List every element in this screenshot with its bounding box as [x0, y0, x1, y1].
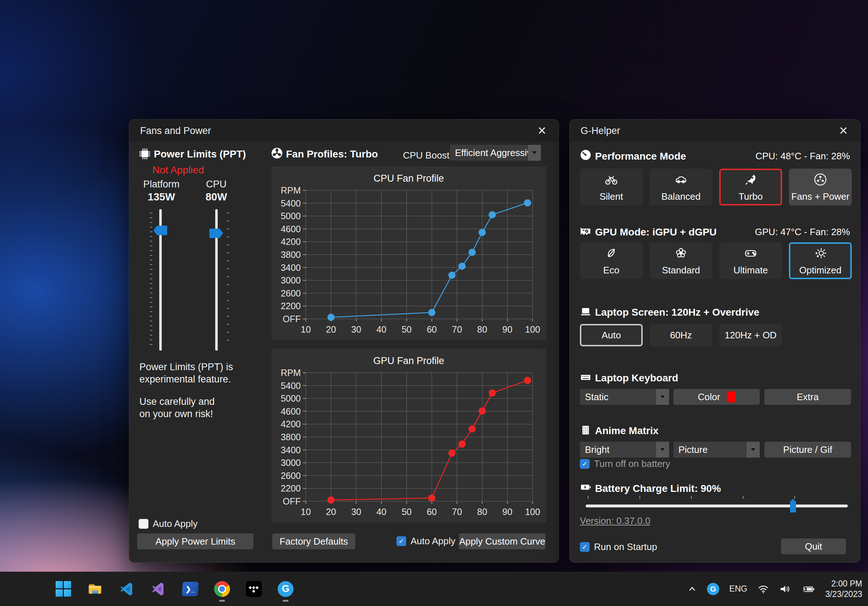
perf-mode-fans-power[interactable]: Fans + Power — [789, 169, 852, 206]
perf-mode-balanced[interactable]: Balanced — [649, 169, 712, 206]
fan-icon — [271, 147, 283, 159]
chevron-down-icon[interactable] — [656, 389, 669, 405]
cpu-temp-status: CPU: 48°C - Fan: 28% — [755, 150, 850, 162]
powershell-button[interactable]: ❯_ — [182, 581, 198, 597]
svg-text:3400: 3400 — [281, 263, 301, 273]
chevron-down-icon[interactable] — [656, 442, 669, 457]
platform-slider-thumb[interactable] — [153, 226, 167, 235]
red-color-swatch — [727, 392, 735, 402]
cpu-boost-value: Efficient Aggressive — [450, 147, 528, 158]
vscode-icon — [119, 581, 135, 597]
language-indicator[interactable]: ENG — [729, 584, 747, 594]
fan-circle-icon — [813, 172, 828, 187]
platform-power-slider[interactable] — [150, 209, 179, 353]
gpu-mode-ultimate[interactable]: Ultimate — [719, 242, 782, 279]
keyboard-color-button[interactable]: Color — [673, 389, 760, 405]
cpu-slider-thumb[interactable] — [209, 229, 223, 238]
perf-mode-turbo-label: Turbo — [739, 191, 763, 202]
screen-mode-auto[interactable]: Auto — [580, 324, 643, 346]
perf-mode-silent[interactable]: Silent — [580, 169, 643, 206]
platform-slider-value: 135W — [138, 191, 185, 203]
svg-text:5000: 5000 — [281, 393, 301, 403]
auto-apply-curve-label: Auto Apply — [411, 536, 455, 547]
svg-text:5400: 5400 — [281, 381, 301, 391]
volume-icon[interactable] — [779, 584, 792, 594]
visual-studio-button[interactable] — [150, 581, 167, 597]
chrome-icon — [214, 581, 230, 597]
ghelper-titlebar[interactable]: G-Helper × — [570, 119, 860, 142]
keyboard-mode-dropdown[interactable]: Static — [580, 389, 669, 405]
cpu-power-slider[interactable] — [205, 209, 233, 353]
battery-slider-thumb[interactable] — [790, 499, 796, 513]
chevron-down-icon[interactable] — [747, 442, 760, 457]
close-icon[interactable]: × — [533, 122, 550, 139]
keyboard-extra-button[interactable]: Extra — [764, 389, 851, 405]
chevron-down-icon[interactable] — [528, 145, 541, 161]
folder-icon — [87, 581, 103, 597]
laptop-keyboard-header: Laptop Keyboard — [595, 372, 678, 384]
gpu-mode-eco[interactable]: Eco — [580, 242, 643, 279]
rocket-icon — [743, 172, 758, 187]
tidal-button[interactable]: ◆◆◆◆ — [245, 581, 262, 597]
keyboard-extra-label: Extra — [797, 392, 819, 403]
perf-mode-turbo[interactable]: Turbo — [719, 169, 782, 206]
apply-power-limits-button[interactable]: Apply Power Limits — [137, 533, 253, 549]
checkbox-checked-icon[interactable] — [580, 542, 590, 552]
svg-text:OFF: OFF — [283, 496, 301, 506]
cpu-boost-dropdown[interactable]: Efficient Aggressive — [450, 145, 541, 161]
svg-text:2600: 2600 — [281, 471, 301, 481]
run-on-startup-checkbox[interactable]: Run on Startup — [580, 541, 657, 553]
matrix-brightness-dropdown[interactable]: Bright — [580, 442, 669, 457]
svg-text:10: 10 — [301, 507, 311, 517]
chevron-up-icon[interactable] — [687, 584, 697, 594]
battery-charge-slider[interactable] — [586, 496, 848, 513]
clock[interactable]: 2:00 PM 3/23/2023 — [825, 578, 862, 600]
svg-text:2200: 2200 — [281, 483, 301, 493]
version-link[interactable]: Version: 0.37.0.0 — [580, 515, 650, 527]
matrix-picture-gif-button[interactable]: Picture / Gif — [764, 442, 851, 457]
visual-studio-icon — [150, 581, 166, 597]
laptop-screen-header: Laptop Screen: 120Hz + Overdrive — [595, 307, 760, 318]
checkbox-unchecked-icon[interactable] — [139, 519, 149, 529]
start-button[interactable] — [55, 581, 71, 597]
svg-text:4600: 4600 — [281, 406, 301, 416]
screen-mode-auto-label: Auto — [601, 330, 621, 341]
fans-titlebar[interactable]: Fans and Power × — [129, 119, 559, 142]
screen-mode-60hz[interactable]: 60Hz — [649, 324, 712, 346]
cpu-fan-chart[interactable]: 102030405060708090100OFF2200260030003400… — [271, 166, 546, 340]
turn-off-on-battery-label: Turn off on battery — [594, 458, 670, 470]
ghelper-tray-icon[interactable]: G — [707, 583, 719, 595]
keyboard-color-label: Color — [698, 392, 720, 403]
auto-apply-power-checkbox[interactable]: Auto Apply — [139, 518, 197, 529]
factory-defaults-label: Factory Defaults — [279, 536, 348, 547]
gpu-mode-optimized[interactable]: Optimized — [789, 242, 852, 279]
svg-text:3000: 3000 — [281, 275, 301, 285]
svg-text:3000: 3000 — [281, 457, 301, 468]
system-tray: G ENG 2:00 PM 3/23/2023 — [687, 572, 862, 606]
anime-matrix-icon — [580, 424, 591, 436]
auto-apply-curve-checkbox[interactable]: Auto Apply — [397, 536, 455, 547]
ghelper-taskbar-button[interactable]: G — [277, 581, 294, 597]
svg-text:100: 100 — [525, 324, 540, 335]
checkbox-checked-icon[interactable] — [580, 459, 590, 469]
matrix-content-dropdown[interactable]: Picture — [673, 442, 760, 457]
factory-defaults-button[interactable]: Factory Defaults — [272, 533, 355, 549]
gpu-fan-chart[interactable]: 102030405060708090100OFF2200260030003400… — [271, 349, 546, 522]
gpu-mode-standard[interactable]: Standard — [649, 242, 712, 279]
battery-slider-track[interactable] — [586, 505, 848, 507]
turn-off-on-battery-checkbox[interactable]: Turn off on battery — [580, 458, 670, 470]
cpu-slider-value: 80W — [193, 191, 240, 203]
vscode-button[interactable] — [118, 581, 135, 597]
tidal-icon: ◆◆◆◆ — [246, 581, 262, 597]
apply-custom-curve-button[interactable]: Apply Custom Curve — [459, 533, 546, 549]
svg-text:20: 20 — [326, 507, 336, 517]
chrome-button[interactable] — [214, 581, 230, 597]
quit-button[interactable]: Quit — [781, 538, 846, 554]
checkbox-checked-icon[interactable] — [397, 536, 406, 546]
close-icon[interactable]: × — [835, 122, 852, 139]
ghelper-window: G-Helper × Performance Mode CPU: 48°C - … — [569, 119, 860, 563]
screen-mode-120hz-od[interactable]: 120Hz + OD — [719, 324, 782, 346]
file-explorer-button[interactable] — [87, 581, 103, 597]
wifi-icon[interactable] — [758, 584, 769, 594]
battery-charging-icon[interactable] — [801, 584, 815, 594]
